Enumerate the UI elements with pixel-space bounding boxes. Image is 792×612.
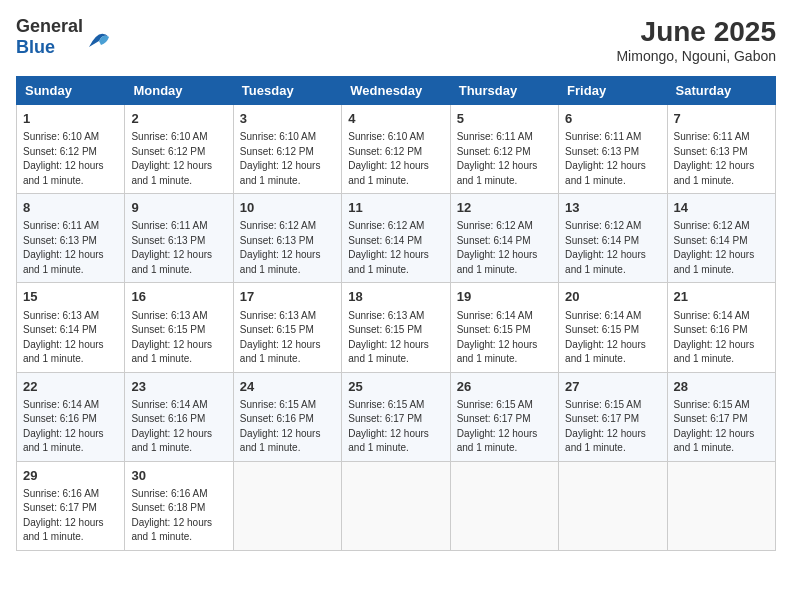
day-info: Sunrise: 6:13 AM Sunset: 6:15 PM Dayligh… [240,309,335,367]
logo: General Blue [16,16,113,58]
day-info: Sunrise: 6:14 AM Sunset: 6:15 PM Dayligh… [565,309,660,367]
calendar-cell: 13Sunrise: 6:12 AM Sunset: 6:14 PM Dayli… [559,194,667,283]
day-number: 24 [240,378,335,396]
calendar-cell: 3Sunrise: 6:10 AM Sunset: 6:12 PM Daylig… [233,105,341,194]
calendar-week-row: 15Sunrise: 6:13 AM Sunset: 6:14 PM Dayli… [17,283,776,372]
calendar-cell: 21Sunrise: 6:14 AM Sunset: 6:16 PM Dayli… [667,283,775,372]
day-number: 28 [674,378,769,396]
day-info: Sunrise: 6:10 AM Sunset: 6:12 PM Dayligh… [240,130,335,188]
calendar-cell: 15Sunrise: 6:13 AM Sunset: 6:14 PM Dayli… [17,283,125,372]
day-number: 16 [131,288,226,306]
logo-icon [85,23,113,51]
day-info: Sunrise: 6:11 AM Sunset: 6:13 PM Dayligh… [674,130,769,188]
day-info: Sunrise: 6:14 AM Sunset: 6:15 PM Dayligh… [457,309,552,367]
day-number: 12 [457,199,552,217]
day-number: 14 [674,199,769,217]
column-header-saturday: Saturday [667,77,775,105]
day-number: 22 [23,378,118,396]
calendar-cell [667,461,775,550]
day-info: Sunrise: 6:11 AM Sunset: 6:13 PM Dayligh… [131,219,226,277]
day-number: 17 [240,288,335,306]
calendar-week-row: 1Sunrise: 6:10 AM Sunset: 6:12 PM Daylig… [17,105,776,194]
logo-blue: Blue [16,37,55,57]
calendar-cell: 9Sunrise: 6:11 AM Sunset: 6:13 PM Daylig… [125,194,233,283]
day-number: 13 [565,199,660,217]
day-info: Sunrise: 6:14 AM Sunset: 6:16 PM Dayligh… [131,398,226,456]
day-number: 8 [23,199,118,217]
day-info: Sunrise: 6:15 AM Sunset: 6:17 PM Dayligh… [348,398,443,456]
calendar-cell: 6Sunrise: 6:11 AM Sunset: 6:13 PM Daylig… [559,105,667,194]
day-number: 2 [131,110,226,128]
calendar-cell [450,461,558,550]
day-info: Sunrise: 6:11 AM Sunset: 6:13 PM Dayligh… [565,130,660,188]
day-info: Sunrise: 6:15 AM Sunset: 6:17 PM Dayligh… [565,398,660,456]
day-info: Sunrise: 6:15 AM Sunset: 6:17 PM Dayligh… [674,398,769,456]
calendar-header-row: SundayMondayTuesdayWednesdayThursdayFrid… [17,77,776,105]
day-number: 23 [131,378,226,396]
day-number: 4 [348,110,443,128]
day-number: 1 [23,110,118,128]
calendar-cell: 23Sunrise: 6:14 AM Sunset: 6:16 PM Dayli… [125,372,233,461]
day-info: Sunrise: 6:16 AM Sunset: 6:17 PM Dayligh… [23,487,118,545]
month-title: June 2025 [616,16,776,48]
column-header-monday: Monday [125,77,233,105]
day-number: 6 [565,110,660,128]
calendar-cell: 7Sunrise: 6:11 AM Sunset: 6:13 PM Daylig… [667,105,775,194]
location-title: Mimongo, Ngouni, Gabon [616,48,776,64]
day-info: Sunrise: 6:15 AM Sunset: 6:16 PM Dayligh… [240,398,335,456]
day-number: 5 [457,110,552,128]
logo-general: General [16,16,83,36]
column-header-thursday: Thursday [450,77,558,105]
calendar-cell: 26Sunrise: 6:15 AM Sunset: 6:17 PM Dayli… [450,372,558,461]
calendar-week-row: 22Sunrise: 6:14 AM Sunset: 6:16 PM Dayli… [17,372,776,461]
calendar-cell: 30Sunrise: 6:16 AM Sunset: 6:18 PM Dayli… [125,461,233,550]
calendar-table: SundayMondayTuesdayWednesdayThursdayFrid… [16,76,776,551]
day-number: 3 [240,110,335,128]
day-info: Sunrise: 6:12 AM Sunset: 6:13 PM Dayligh… [240,219,335,277]
column-header-wednesday: Wednesday [342,77,450,105]
calendar-cell [233,461,341,550]
day-info: Sunrise: 6:16 AM Sunset: 6:18 PM Dayligh… [131,487,226,545]
day-number: 18 [348,288,443,306]
day-number: 27 [565,378,660,396]
day-number: 11 [348,199,443,217]
day-number: 10 [240,199,335,217]
calendar-cell: 25Sunrise: 6:15 AM Sunset: 6:17 PM Dayli… [342,372,450,461]
calendar-cell: 8Sunrise: 6:11 AM Sunset: 6:13 PM Daylig… [17,194,125,283]
calendar-cell: 5Sunrise: 6:11 AM Sunset: 6:12 PM Daylig… [450,105,558,194]
calendar-cell [342,461,450,550]
calendar-cell [559,461,667,550]
day-info: Sunrise: 6:13 AM Sunset: 6:15 PM Dayligh… [348,309,443,367]
day-number: 20 [565,288,660,306]
column-header-sunday: Sunday [17,77,125,105]
day-info: Sunrise: 6:11 AM Sunset: 6:12 PM Dayligh… [457,130,552,188]
calendar-cell: 29Sunrise: 6:16 AM Sunset: 6:17 PM Dayli… [17,461,125,550]
day-info: Sunrise: 6:11 AM Sunset: 6:13 PM Dayligh… [23,219,118,277]
day-info: Sunrise: 6:14 AM Sunset: 6:16 PM Dayligh… [674,309,769,367]
day-info: Sunrise: 6:10 AM Sunset: 6:12 PM Dayligh… [348,130,443,188]
calendar-cell: 12Sunrise: 6:12 AM Sunset: 6:14 PM Dayli… [450,194,558,283]
day-info: Sunrise: 6:12 AM Sunset: 6:14 PM Dayligh… [674,219,769,277]
day-number: 26 [457,378,552,396]
calendar-cell: 22Sunrise: 6:14 AM Sunset: 6:16 PM Dayli… [17,372,125,461]
calendar-cell: 19Sunrise: 6:14 AM Sunset: 6:15 PM Dayli… [450,283,558,372]
day-number: 25 [348,378,443,396]
day-info: Sunrise: 6:13 AM Sunset: 6:15 PM Dayligh… [131,309,226,367]
day-number: 15 [23,288,118,306]
calendar-cell: 18Sunrise: 6:13 AM Sunset: 6:15 PM Dayli… [342,283,450,372]
calendar-cell: 1Sunrise: 6:10 AM Sunset: 6:12 PM Daylig… [17,105,125,194]
day-info: Sunrise: 6:12 AM Sunset: 6:14 PM Dayligh… [457,219,552,277]
calendar-cell: 4Sunrise: 6:10 AM Sunset: 6:12 PM Daylig… [342,105,450,194]
column-header-tuesday: Tuesday [233,77,341,105]
day-info: Sunrise: 6:13 AM Sunset: 6:14 PM Dayligh… [23,309,118,367]
day-info: Sunrise: 6:10 AM Sunset: 6:12 PM Dayligh… [23,130,118,188]
day-info: Sunrise: 6:15 AM Sunset: 6:17 PM Dayligh… [457,398,552,456]
day-info: Sunrise: 6:12 AM Sunset: 6:14 PM Dayligh… [565,219,660,277]
day-info: Sunrise: 6:12 AM Sunset: 6:14 PM Dayligh… [348,219,443,277]
day-number: 30 [131,467,226,485]
day-number: 7 [674,110,769,128]
calendar-cell: 16Sunrise: 6:13 AM Sunset: 6:15 PM Dayli… [125,283,233,372]
day-number: 21 [674,288,769,306]
day-number: 9 [131,199,226,217]
column-header-friday: Friday [559,77,667,105]
